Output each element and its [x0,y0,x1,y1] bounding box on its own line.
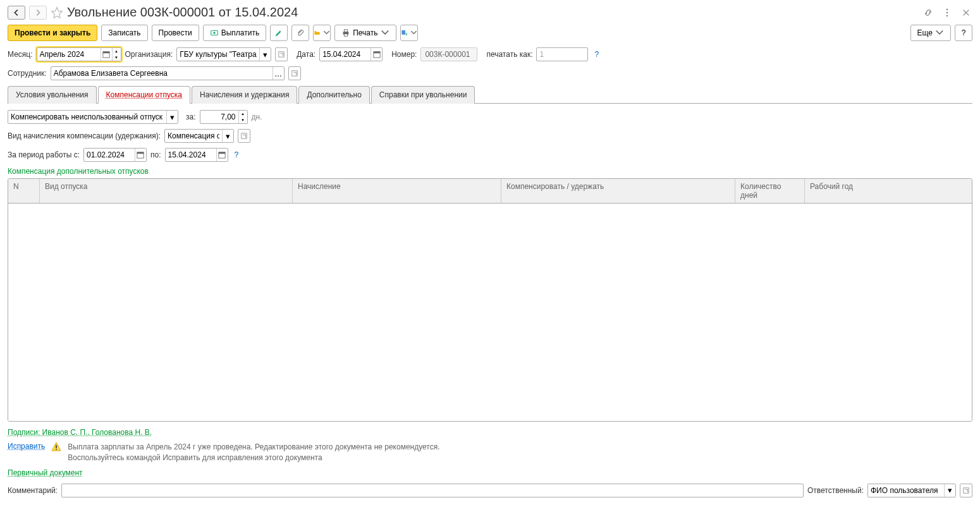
employee-select-button[interactable]: ... [273,67,284,80]
accrual-label: Вид начисления компенсации (удержания): [8,131,161,140]
comment-label: Комментарий: [8,486,58,495]
tab-compensation[interactable]: Компенсации отпуска [98,86,190,104]
accrual-dropdown[interactable]: ▾ [222,130,233,142]
write-button[interactable]: Записать [101,25,147,41]
month-down[interactable]: ▼ [112,54,121,61]
period-to-calendar-icon[interactable] [216,149,228,161]
col-accrual: Начисление [293,179,501,203]
date-calendar-icon[interactable] [371,48,382,61]
warning-icon [51,442,61,452]
fix-link[interactable]: Исправить [8,442,45,451]
print-as-input[interactable] [536,47,588,61]
period-label: За период работы с: [8,150,80,159]
help-link-printas[interactable]: ? [594,50,599,59]
org-open-button[interactable] [275,47,288,61]
employee-open-button[interactable] [288,66,301,80]
nav-forward-button[interactable] [29,6,47,20]
attach-button[interactable] [291,25,309,41]
date-label: Дата: [297,50,315,59]
period-from-calendar-icon[interactable] [135,149,146,161]
edit-button[interactable] [270,25,288,41]
pay-label: Выплатить [221,28,260,37]
period-to-input[interactable] [165,148,228,162]
month-up[interactable]: ▲ [112,48,121,54]
page-title: Увольнение 003К-000001 от 15.04.2024 [67,5,918,20]
svg-rect-21 [56,449,57,450]
tab-certificates[interactable]: Справки при увольнении [371,86,475,104]
period-from-input[interactable] [83,148,147,162]
misc-button[interactable] [400,25,418,41]
post-and-close-button[interactable]: Провести и закрыть [8,25,97,41]
signatures-link[interactable]: Подписи: Иванов С. П., Голованова Н. В. [8,428,152,437]
org-dropdown[interactable]: ▾ [259,48,271,61]
more-button[interactable]: Еще [910,25,951,41]
svg-point-4 [213,32,216,34]
month-calendar-icon[interactable] [101,48,112,61]
number-value: 003К-000001 [420,47,477,61]
svg-rect-20 [56,445,57,448]
month-label: Месяц: [8,50,33,59]
comp-action-dropdown[interactable]: ▾ [166,111,178,123]
for-label: за: [186,113,196,121]
svg-rect-8 [401,30,405,35]
responsible-dropdown[interactable]: ▾ [944,484,955,497]
responsible-input[interactable]: ▾ [867,484,956,497]
svg-rect-10 [103,52,109,54]
col-type: Вид отпуска [40,179,293,203]
print-label: Печать [353,28,377,37]
tab-accruals[interactable]: Начисления и удержания [192,86,297,104]
days-down[interactable]: ▼ [238,117,247,123]
link-icon[interactable] [922,6,934,19]
nav-back-button[interactable] [8,6,25,20]
warning-text: Выплата зарплаты за Апрель 2024 г уже пр… [68,442,439,463]
table-body[interactable] [8,204,972,422]
responsible-open-button[interactable] [960,484,972,497]
responsible-label: Ответственный: [807,486,864,495]
month-input[interactable]: ▲▼ [37,47,121,61]
col-days: Количество дней [735,179,805,203]
tab-additional[interactable]: Дополнительно [298,86,369,104]
help-button[interactable]: ? [955,25,972,41]
svg-rect-17 [137,152,144,154]
favorite-icon[interactable] [51,6,63,19]
kebab-menu-icon[interactable] [941,6,953,19]
col-year: Рабочий год [805,179,972,203]
pay-button[interactable]: Выплатить [203,25,267,41]
days-up[interactable]: ▲ [238,111,247,117]
svg-point-1 [946,11,948,13]
print-button[interactable]: Печать [334,25,396,41]
close-icon[interactable] [960,6,972,19]
help-link-period[interactable]: ? [235,150,239,159]
section-title: Компенсация дополнительных отпусков [8,167,972,176]
col-comp: Компенсировать / удержать [501,179,735,203]
svg-rect-6 [345,30,348,32]
employee-label: Сотрудник: [8,69,47,78]
comment-input[interactable] [61,484,804,497]
folder-button[interactable] [313,25,331,41]
more-label: Еще [917,28,933,37]
svg-rect-13 [373,52,379,54]
svg-point-0 [946,8,948,10]
number-label: Номер: [391,50,417,59]
col-n: N [8,179,40,203]
date-input[interactable] [319,47,383,61]
accrual-open-button[interactable] [238,129,250,143]
svg-point-2 [946,15,948,16]
org-label: Организация: [125,50,173,59]
period-to-label: по: [150,150,161,159]
accrual-input[interactable]: ▾ [164,129,234,143]
post-button[interactable]: Провести [152,25,199,41]
primary-doc-link[interactable]: Первичный документ [8,468,83,477]
tab-conditions[interactable]: Условия увольнения [8,86,97,104]
svg-rect-19 [219,152,225,154]
comp-action-select[interactable]: ▾ [8,110,178,124]
days-input[interactable]: ▲▼ [200,110,248,124]
org-input[interactable]: ▾ [176,47,271,61]
days-unit: дн. [252,113,262,121]
print-as-label: печатать как: [486,50,532,59]
employee-input[interactable]: ... [51,66,285,80]
compensation-table: N Вид отпуска Начисление Компенсировать … [8,178,972,422]
svg-rect-7 [345,34,348,37]
